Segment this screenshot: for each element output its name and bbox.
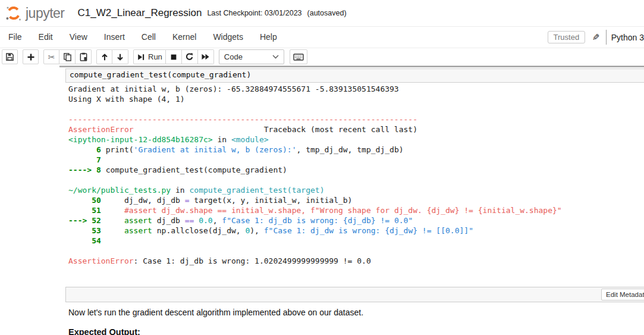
menu-help[interactable]: Help (252, 27, 285, 48)
trusted-button[interactable]: Trusted (548, 31, 586, 43)
jupyter-logo-icon (5, 4, 23, 22)
command-palette-button[interactable] (290, 49, 307, 64)
output-line: 53 assert np.allclose(dj_dw, 0), f"Case … (68, 226, 642, 236)
code-cell-output: Gradient at initial w, b (zeros): -65.32… (68, 84, 642, 266)
menu-view[interactable]: View (61, 27, 96, 48)
interrupt-kernel-button[interactable] (166, 49, 182, 64)
cut-icon: ✂ (48, 52, 55, 62)
cell-type-select[interactable]: Code (219, 49, 284, 64)
output-line: <ipython-input-12-dd854b16287c> in <modu… (68, 134, 642, 145)
menu-widgets[interactable]: Widgets (205, 27, 252, 48)
copy-cells-button[interactable] (59, 49, 76, 64)
edit-title-pencil-icon[interactable]: ✎ (592, 32, 600, 43)
output-line (68, 246, 642, 256)
menu-kernel[interactable]: Kernel (164, 27, 205, 48)
edit-metadata-button[interactable]: Edit Metadata (601, 289, 644, 300)
move-cell-up-button[interactable] (96, 49, 112, 64)
autosave-status: (autosaved) (307, 9, 347, 17)
add-cell-button[interactable] (23, 49, 39, 64)
jupyter-logo-text: jupyter (26, 5, 65, 21)
run-button-label: Run (148, 52, 162, 61)
run-cell-button[interactable]: Run (133, 49, 166, 64)
output-line: 54 (68, 236, 642, 246)
markdown-paragraph: Now let's run the gradient descent algor… (68, 308, 363, 317)
cut-cells-button[interactable]: ✂ (43, 49, 59, 64)
stdout-output: Gradient at initial w, b (zeros): -65.32… (68, 84, 642, 104)
notebook-header: jupyter C1_W2_Linear_Regression Last Che… (0, 0, 644, 26)
kernel-divider (606, 30, 607, 45)
code-cell-input[interactable]: compute_gradient_test(compute_gradient) (65, 68, 644, 83)
add-cell-icon (27, 53, 35, 61)
menu-file[interactable]: File (0, 27, 30, 48)
output-line: 50 dj_dw, dj_db = target(x, y, initial_w… (68, 195, 642, 205)
copy-icon (63, 52, 72, 61)
restart-kernel-icon (185, 52, 194, 61)
output-line: Using X with shape (4, 1) (68, 94, 642, 104)
save-icon (5, 52, 14, 61)
jupyter-notebook-app: jupyter C1_W2_Linear_Regression Last Che… (0, 0, 644, 335)
chevron-down-icon (272, 55, 279, 59)
output-line: AssertionError Traceback (most recent ca… (68, 124, 642, 134)
move-down-icon (116, 53, 124, 61)
restart-kernel-button[interactable] (182, 49, 198, 64)
markdown-heading: Expected Output: (68, 327, 140, 335)
menu-bar: File Edit View Insert Cell Kernel Widget… (0, 26, 644, 48)
output-line: 6 print('Gradient at initial w, b (zeros… (68, 145, 642, 155)
jupyter-logo[interactable]: jupyter (5, 4, 65, 22)
menu-right-controls: Trusted ✎ Python 3 (548, 27, 644, 48)
move-cell-down-button[interactable] (112, 49, 128, 64)
cell-type-value: Code (224, 52, 243, 61)
paste-icon (79, 52, 88, 61)
error-traceback: ----------------------------------------… (68, 114, 642, 266)
output-line (68, 175, 642, 185)
header-bottom-shadow (59, 65, 644, 67)
output-line: ---> 52 assert dj_db == 0.0, f"Case 1: d… (68, 215, 642, 226)
keyboard-icon (293, 53, 304, 61)
output-line: AssertionError: Case 1: dj_db is wrong: … (68, 256, 642, 266)
restart-run-all-button[interactable] (198, 49, 214, 64)
notebook-toolbar: ✂ (0, 48, 644, 66)
move-up-icon (100, 53, 109, 61)
paste-cells-button[interactable] (76, 49, 92, 64)
output-line: ~/work/public_tests.py in compute_gradie… (68, 185, 642, 195)
output-line: Gradient at initial w, b (zeros): -65.32… (68, 84, 642, 94)
output-line: 51 #assert dj_dw.shape == initial_w.shap… (68, 205, 642, 215)
stop-icon (169, 53, 178, 61)
output-line: ----------------------------------------… (68, 114, 642, 124)
fast-forward-icon (201, 52, 210, 61)
menu-edit[interactable]: Edit (30, 27, 61, 48)
output-line: 7 (68, 155, 642, 165)
output-line: ----> 8 compute_gradient_test(compute_gr… (68, 165, 642, 175)
run-icon (137, 53, 145, 61)
menu-insert[interactable]: Insert (96, 27, 133, 48)
kernel-name[interactable]: Python 3 (611, 33, 644, 42)
cell-toolbar-bar: Edit Metadata (65, 287, 644, 302)
last-checkpoint-label: Last Checkpoint: 03/01/2023 (207, 9, 301, 17)
save-button[interactable] (2, 49, 18, 64)
menu-cell[interactable]: Cell (133, 27, 164, 48)
notebook-title[interactable]: C1_W2_Linear_Regression (78, 7, 202, 19)
